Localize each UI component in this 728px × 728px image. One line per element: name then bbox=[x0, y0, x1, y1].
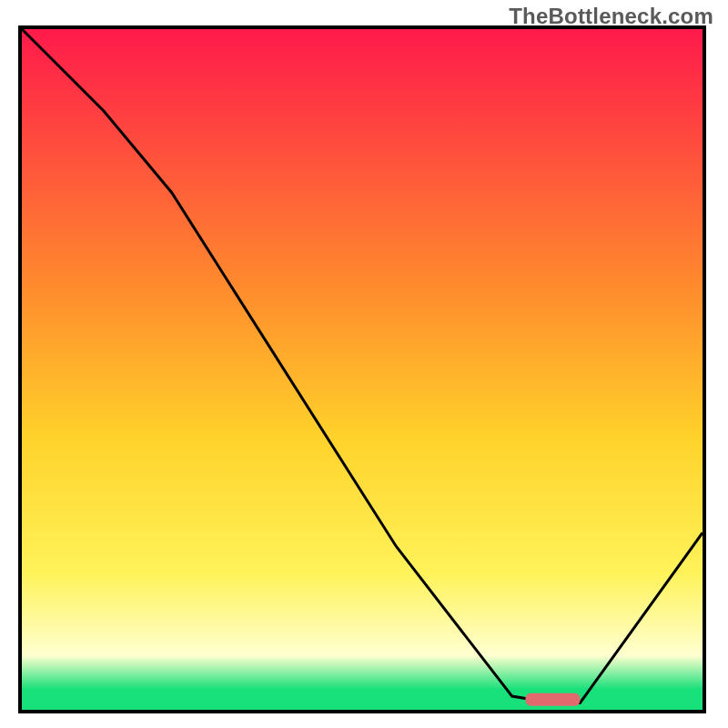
gradient-rect bbox=[22, 29, 703, 710]
figure-frame: TheBottleneck.com bbox=[0, 0, 728, 728]
minimum-marker bbox=[525, 693, 580, 706]
chart-svg bbox=[22, 29, 703, 710]
plot-area bbox=[18, 25, 706, 713]
